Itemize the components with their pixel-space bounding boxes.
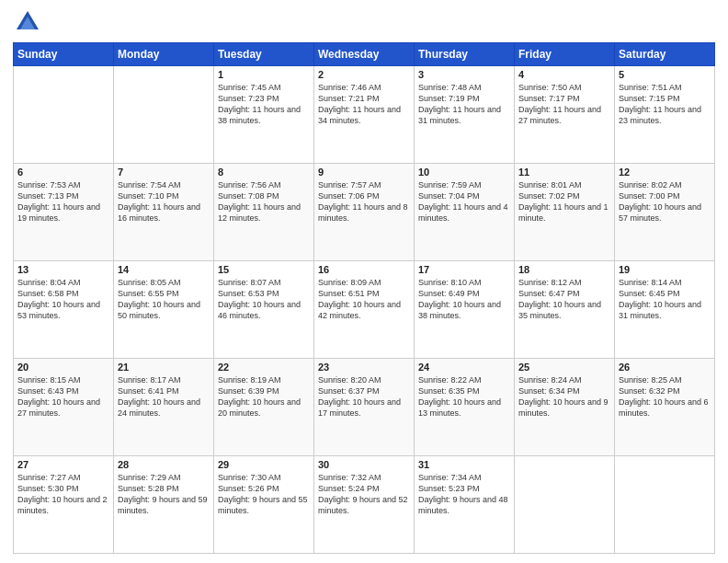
cell-content: Sunrise: 7:48 AM Sunset: 7:19 PM Dayligh… bbox=[418, 82, 510, 127]
calendar-table: SundayMondayTuesdayWednesdayThursdayFrid… bbox=[13, 42, 715, 554]
header-row: SundayMondayTuesdayWednesdayThursdayFrid… bbox=[14, 43, 715, 66]
cell-content: Sunrise: 8:15 AM Sunset: 6:43 PM Dayligh… bbox=[17, 374, 109, 419]
calendar-cell: 26Sunrise: 8:25 AM Sunset: 6:32 PM Dayli… bbox=[615, 359, 715, 456]
cell-content: Sunrise: 8:01 AM Sunset: 7:02 PM Dayligh… bbox=[518, 179, 610, 224]
calendar-cell: 28Sunrise: 7:29 AM Sunset: 5:28 PM Dayli… bbox=[114, 456, 214, 554]
day-number: 17 bbox=[418, 264, 510, 275]
cell-content: Sunrise: 7:54 AM Sunset: 7:10 PM Dayligh… bbox=[118, 179, 210, 224]
calendar-cell: 2Sunrise: 7:46 AM Sunset: 7:21 PM Daylig… bbox=[314, 66, 415, 164]
calendar-cell: 18Sunrise: 8:12 AM Sunset: 6:47 PM Dayli… bbox=[515, 261, 615, 359]
calendar-cell: 9Sunrise: 7:57 AM Sunset: 7:06 PM Daylig… bbox=[314, 164, 415, 261]
calendar-cell: 8Sunrise: 7:56 AM Sunset: 7:08 PM Daylig… bbox=[214, 164, 314, 261]
day-number: 29 bbox=[218, 459, 310, 470]
calendar-cell: 21Sunrise: 8:17 AM Sunset: 6:41 PM Dayli… bbox=[114, 359, 214, 456]
calendar-header: SundayMondayTuesdayWednesdayThursdayFrid… bbox=[14, 43, 715, 66]
day-number: 4 bbox=[518, 69, 610, 80]
calendar-cell: 27Sunrise: 7:27 AM Sunset: 5:30 PM Dayli… bbox=[14, 456, 114, 554]
cell-content: Sunrise: 7:46 AM Sunset: 7:21 PM Dayligh… bbox=[318, 82, 410, 127]
day-number: 8 bbox=[218, 167, 310, 178]
day-number: 21 bbox=[118, 362, 210, 373]
calendar-cell: 3Sunrise: 7:48 AM Sunset: 7:19 PM Daylig… bbox=[415, 66, 515, 164]
cell-content: Sunrise: 7:34 AM Sunset: 5:23 PM Dayligh… bbox=[418, 472, 510, 517]
page: SundayMondayTuesdayWednesdayThursdayFrid… bbox=[0, 0, 728, 563]
day-number: 26 bbox=[619, 362, 711, 373]
col-header-wednesday: Wednesday bbox=[314, 43, 415, 66]
day-number: 15 bbox=[218, 264, 310, 275]
col-header-saturday: Saturday bbox=[615, 43, 715, 66]
header bbox=[13, 9, 715, 35]
calendar-cell: 25Sunrise: 8:24 AM Sunset: 6:34 PM Dayli… bbox=[515, 359, 615, 456]
day-number: 31 bbox=[418, 459, 510, 470]
calendar-cell: 5Sunrise: 7:51 AM Sunset: 7:15 PM Daylig… bbox=[615, 66, 715, 164]
calendar-cell: 14Sunrise: 8:05 AM Sunset: 6:55 PM Dayli… bbox=[114, 261, 214, 359]
day-number: 1 bbox=[218, 69, 310, 80]
cell-content: Sunrise: 8:14 AM Sunset: 6:45 PM Dayligh… bbox=[619, 277, 711, 322]
day-number: 5 bbox=[619, 69, 711, 80]
cell-content: Sunrise: 8:24 AM Sunset: 6:34 PM Dayligh… bbox=[518, 374, 610, 419]
cell-content: Sunrise: 8:04 AM Sunset: 6:58 PM Dayligh… bbox=[17, 277, 109, 322]
day-number: 7 bbox=[118, 167, 210, 178]
day-number: 20 bbox=[17, 362, 109, 373]
cell-content: Sunrise: 7:56 AM Sunset: 7:08 PM Dayligh… bbox=[218, 179, 310, 224]
calendar-cell: 23Sunrise: 8:20 AM Sunset: 6:37 PM Dayli… bbox=[314, 359, 415, 456]
day-number: 11 bbox=[518, 167, 610, 178]
cell-content: Sunrise: 7:29 AM Sunset: 5:28 PM Dayligh… bbox=[118, 472, 210, 517]
cell-content: Sunrise: 8:10 AM Sunset: 6:49 PM Dayligh… bbox=[418, 277, 510, 322]
cell-content: Sunrise: 7:45 AM Sunset: 7:23 PM Dayligh… bbox=[218, 82, 310, 127]
day-number: 12 bbox=[619, 167, 711, 178]
calendar-cell: 4Sunrise: 7:50 AM Sunset: 7:17 PM Daylig… bbox=[515, 66, 615, 164]
cell-content: Sunrise: 8:17 AM Sunset: 6:41 PM Dayligh… bbox=[118, 374, 210, 419]
cell-content: Sunrise: 7:30 AM Sunset: 5:26 PM Dayligh… bbox=[218, 472, 310, 517]
cell-content: Sunrise: 7:27 AM Sunset: 5:30 PM Dayligh… bbox=[17, 472, 109, 517]
cell-content: Sunrise: 7:59 AM Sunset: 7:04 PM Dayligh… bbox=[418, 179, 510, 224]
calendar-cell: 22Sunrise: 8:19 AM Sunset: 6:39 PM Dayli… bbox=[214, 359, 314, 456]
day-number: 24 bbox=[418, 362, 510, 373]
cell-content: Sunrise: 8:22 AM Sunset: 6:35 PM Dayligh… bbox=[418, 374, 510, 419]
cell-content: Sunrise: 8:05 AM Sunset: 6:55 PM Dayligh… bbox=[118, 277, 210, 322]
calendar-cell: 19Sunrise: 8:14 AM Sunset: 6:45 PM Dayli… bbox=[615, 261, 715, 359]
cell-content: Sunrise: 7:32 AM Sunset: 5:24 PM Dayligh… bbox=[318, 472, 410, 517]
cell-content: Sunrise: 8:19 AM Sunset: 6:39 PM Dayligh… bbox=[218, 374, 310, 419]
calendar-cell: 10Sunrise: 7:59 AM Sunset: 7:04 PM Dayli… bbox=[415, 164, 515, 261]
cell-content: Sunrise: 8:25 AM Sunset: 6:32 PM Dayligh… bbox=[619, 374, 711, 419]
cell-content: Sunrise: 7:51 AM Sunset: 7:15 PM Dayligh… bbox=[619, 82, 711, 127]
calendar-cell: 31Sunrise: 7:34 AM Sunset: 5:23 PM Dayli… bbox=[415, 456, 515, 554]
calendar-body: 1Sunrise: 7:45 AM Sunset: 7:23 PM Daylig… bbox=[14, 66, 715, 554]
day-number: 10 bbox=[418, 167, 510, 178]
calendar-cell: 24Sunrise: 8:22 AM Sunset: 6:35 PM Dayli… bbox=[415, 359, 515, 456]
day-number: 16 bbox=[318, 264, 410, 275]
col-header-tuesday: Tuesday bbox=[214, 43, 314, 66]
col-header-thursday: Thursday bbox=[415, 43, 515, 66]
col-header-sunday: Sunday bbox=[14, 43, 114, 66]
cell-content: Sunrise: 7:50 AM Sunset: 7:17 PM Dayligh… bbox=[518, 82, 610, 127]
week-row-2: 6Sunrise: 7:53 AM Sunset: 7:13 PM Daylig… bbox=[14, 164, 715, 261]
day-number: 14 bbox=[118, 264, 210, 275]
calendar-cell: 16Sunrise: 8:09 AM Sunset: 6:51 PM Dayli… bbox=[314, 261, 415, 359]
day-number: 13 bbox=[17, 264, 109, 275]
day-number: 23 bbox=[318, 362, 410, 373]
week-row-4: 20Sunrise: 8:15 AM Sunset: 6:43 PM Dayli… bbox=[14, 359, 715, 456]
calendar-cell: 7Sunrise: 7:54 AM Sunset: 7:10 PM Daylig… bbox=[114, 164, 214, 261]
logo bbox=[13, 9, 40, 35]
cell-content: Sunrise: 8:02 AM Sunset: 7:00 PM Dayligh… bbox=[619, 179, 711, 224]
day-number: 30 bbox=[318, 459, 410, 470]
calendar-cell: 20Sunrise: 8:15 AM Sunset: 6:43 PM Dayli… bbox=[14, 359, 114, 456]
cell-content: Sunrise: 8:20 AM Sunset: 6:37 PM Dayligh… bbox=[318, 374, 410, 419]
calendar-cell: 13Sunrise: 8:04 AM Sunset: 6:58 PM Dayli… bbox=[14, 261, 114, 359]
calendar-cell bbox=[515, 456, 615, 554]
calendar-cell: 29Sunrise: 7:30 AM Sunset: 5:26 PM Dayli… bbox=[214, 456, 314, 554]
calendar-cell: 6Sunrise: 7:53 AM Sunset: 7:13 PM Daylig… bbox=[14, 164, 114, 261]
calendar-cell: 11Sunrise: 8:01 AM Sunset: 7:02 PM Dayli… bbox=[515, 164, 615, 261]
calendar-cell: 1Sunrise: 7:45 AM Sunset: 7:23 PM Daylig… bbox=[214, 66, 314, 164]
day-number: 19 bbox=[619, 264, 711, 275]
calendar-cell bbox=[615, 456, 715, 554]
cell-content: Sunrise: 8:09 AM Sunset: 6:51 PM Dayligh… bbox=[318, 277, 410, 322]
day-number: 6 bbox=[17, 167, 109, 178]
day-number: 27 bbox=[17, 459, 109, 470]
cell-content: Sunrise: 7:53 AM Sunset: 7:13 PM Dayligh… bbox=[17, 179, 109, 224]
calendar-cell: 15Sunrise: 8:07 AM Sunset: 6:53 PM Dayli… bbox=[214, 261, 314, 359]
calendar-cell bbox=[114, 66, 214, 164]
day-number: 3 bbox=[418, 69, 510, 80]
day-number: 22 bbox=[218, 362, 310, 373]
calendar-cell: 30Sunrise: 7:32 AM Sunset: 5:24 PM Dayli… bbox=[314, 456, 415, 554]
